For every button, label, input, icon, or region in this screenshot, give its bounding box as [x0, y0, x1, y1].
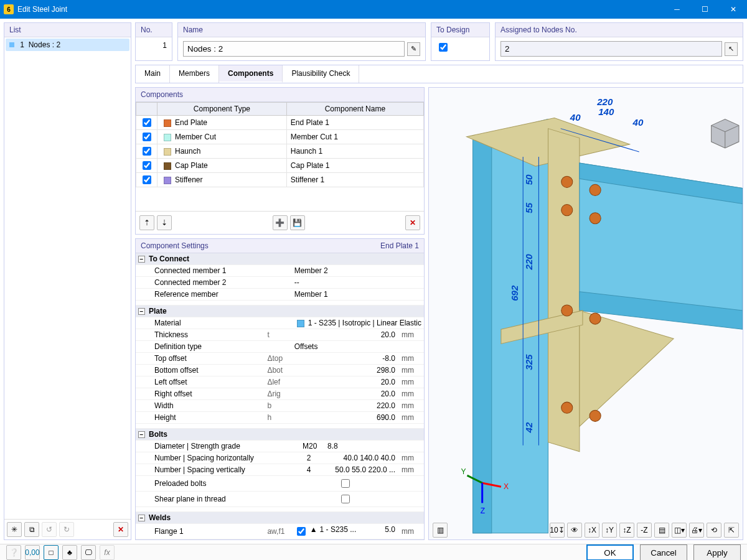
table-row[interactable]: Stiffener Stiffener 1 [136, 173, 424, 187]
library-button[interactable]: 💾 [290, 215, 305, 230]
weld-on-checkbox[interactable] [297, 527, 306, 536]
rig-label: Right offset [136, 388, 265, 400]
axis-x-button[interactable]: ↕X [585, 523, 599, 538]
hei-unit: mm [399, 412, 424, 424]
tab-plausibility[interactable]: Plausibility Check [283, 65, 359, 83]
components-title: Components [136, 88, 424, 102]
3d-viewport[interactable]: 40 140 40 220 50 55 220 692 325 42 [428, 87, 743, 540]
fl1-mat[interactable]: 1 - S235 ... [320, 525, 357, 534]
ok-button[interactable]: OK [586, 544, 634, 560]
dim-toggle-button[interactable]: 10↧ [550, 523, 565, 538]
col-type[interactable]: Component Type [157, 103, 287, 116]
list-panel: List 1 Nodes : 2 ✳ ⧉ ↺ ↻ ✕ [4, 22, 131, 540]
nv-v1[interactable]: 4 [294, 465, 311, 474]
component-enable-checkbox[interactable] [143, 133, 151, 141]
units-button[interactable]: 0,00 [25, 545, 40, 560]
wid-value[interactable]: 220.0 [292, 400, 399, 412]
display-options-button[interactable]: □ [44, 545, 59, 560]
component-enable-checkbox[interactable] [143, 175, 151, 184]
cancel-button[interactable]: Cancel [640, 544, 687, 560]
nav-cube[interactable] [712, 119, 739, 148]
cm1-value[interactable]: Member 2 [292, 265, 424, 277]
delete-item-button[interactable]: ✕ [113, 522, 128, 537]
shear-checkbox[interactable] [341, 495, 350, 503]
tree-button[interactable]: ♣ [62, 545, 77, 560]
redo-button[interactable]: ↻ [59, 522, 74, 537]
tab-members[interactable]: Members [170, 65, 219, 83]
screen-button[interactable]: 🖵 [81, 545, 96, 560]
bot-sym: Δbot [265, 365, 291, 376]
nh-v2[interactable]: 40.0 140.0 40.0 [344, 454, 395, 462]
minimize-button[interactable]: ─ [663, 0, 691, 19]
new-item-button[interactable]: ✳ [7, 522, 22, 537]
bot-value[interactable]: 298.0 [292, 365, 399, 376]
thk-value[interactable]: 20.0 [292, 329, 399, 341]
ref-value[interactable]: Member 1 [292, 289, 424, 301]
reset-view-button[interactable]: ⟲ [707, 523, 721, 538]
table-row[interactable]: Cap Plate Cap Plate 1 [136, 159, 424, 173]
fl1-value[interactable]: 5.0 [385, 525, 395, 534]
component-swatch [164, 148, 171, 156]
show-view-button[interactable]: 👁 [567, 523, 582, 538]
table-row[interactable]: Member Cut Member Cut 1 [136, 130, 424, 144]
expander-icon[interactable]: − [138, 308, 145, 315]
move-up-button[interactable]: ⇡ [139, 215, 154, 230]
name-input[interactable] [183, 41, 405, 57]
def-value[interactable]: Offsets [292, 341, 424, 353]
move-down-button[interactable]: ⇣ [157, 215, 172, 230]
mat-value[interactable]: 1 - S235 | Isotropic | Linear Elastic [308, 319, 421, 327]
top-value[interactable]: -8.0 [292, 353, 399, 365]
print-view-button[interactable]: 🖨▾ [689, 523, 704, 538]
svg-point-13 [561, 305, 573, 316]
component-enable-checkbox[interactable] [143, 118, 151, 127]
fx-button[interactable]: fx [100, 545, 115, 560]
rig-value[interactable]: 20.0 [292, 388, 399, 400]
table-row[interactable]: Haunch Haunch 1 [136, 144, 424, 159]
svg-text:Y: Y [461, 467, 466, 476]
axis-z-button[interactable]: ↕Z [619, 523, 634, 538]
pick-node-button[interactable]: ↖ [725, 42, 738, 56]
help-button[interactable]: ❔ [6, 545, 21, 560]
expander-icon[interactable]: − [138, 431, 145, 438]
todesign-checkbox[interactable] [439, 43, 448, 52]
nv-v2[interactable]: 50.0 55.0 220.0 ... [335, 465, 395, 474]
axis-y-button[interactable]: ↕Y [602, 523, 617, 538]
nh-v1[interactable]: 2 [294, 454, 311, 462]
tab-components[interactable]: Components [219, 65, 283, 83]
hei-sym: h [265, 412, 291, 424]
delete-component-button[interactable]: ✕ [405, 215, 420, 230]
iso-button[interactable]: ▤ [654, 523, 669, 538]
todesign-box: To Design [431, 22, 490, 61]
add-component-button[interactable]: ➕ [273, 215, 288, 230]
lef-value[interactable]: 20.0 [292, 376, 399, 388]
component-swatch [164, 177, 171, 184]
maximize-button[interactable]: ☐ [691, 0, 719, 19]
copy-item-button[interactable]: ⧉ [24, 522, 39, 537]
popout-view-button[interactable]: ⇱ [724, 523, 739, 538]
lef-label: Left offset [136, 376, 265, 388]
svg-point-12 [590, 213, 601, 224]
table-row[interactable]: End Plate End Plate 1 [136, 116, 424, 130]
dim-220t: 220 [596, 96, 613, 107]
cm2-value[interactable]: -- [292, 277, 424, 289]
component-enable-checkbox[interactable] [143, 161, 151, 170]
transparency-button[interactable]: ▥ [433, 523, 448, 538]
dia-v2[interactable]: 8.8 [327, 442, 338, 450]
axis-neg-z-button[interactable]: -Z [637, 523, 652, 538]
preloaded-checkbox[interactable] [341, 479, 350, 488]
expander-icon[interactable]: − [138, 515, 145, 521]
hei-value[interactable]: 690.0 [292, 412, 399, 424]
edit-name-button[interactable]: ✎ [407, 42, 420, 56]
col-name[interactable]: Component Name [286, 103, 423, 116]
dia-v1[interactable]: M20 [294, 442, 326, 450]
assigned-input[interactable] [500, 41, 722, 57]
expander-icon[interactable]: − [138, 256, 145, 263]
apply-button[interactable]: Apply [693, 544, 741, 560]
tab-main[interactable]: Main [136, 65, 170, 83]
close-button[interactable]: ✕ [719, 0, 747, 19]
list-item[interactable]: 1 Nodes : 2 [6, 39, 129, 51]
group-bolts: Bolts [149, 430, 167, 439]
component-enable-checkbox[interactable] [143, 147, 151, 156]
render-mode-button[interactable]: ◫▾ [672, 523, 687, 538]
undo-button[interactable]: ↺ [42, 522, 57, 537]
